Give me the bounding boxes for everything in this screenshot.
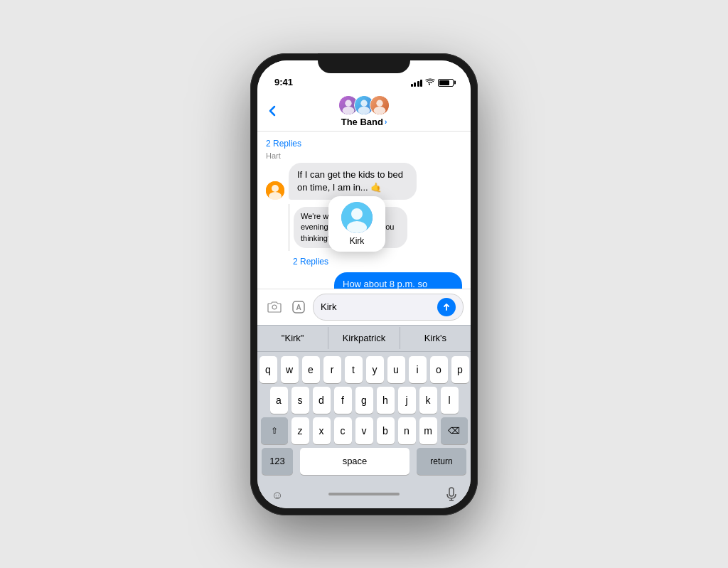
bubble-outgoing-text: How about 8 p.m. so maybe Hart can join? [343, 279, 430, 288]
group-avatars [338, 95, 390, 115]
group-title-row: The Band › [341, 117, 387, 127]
battery-icon [438, 79, 454, 87]
keyboard-row-2: a s d f g h j k l [259, 387, 469, 414]
svg-point-18 [272, 305, 277, 309]
bottom-bar: ☺ [257, 483, 471, 508]
svg-point-16 [351, 208, 363, 220]
key-s[interactable]: s [291, 387, 309, 414]
key-x[interactable]: x [313, 417, 331, 444]
nav-center[interactable]: The Band › [338, 95, 390, 127]
nav-bar: The Band › [257, 92, 471, 132]
svg-point-10 [272, 185, 279, 192]
key-a[interactable]: a [270, 387, 288, 414]
bubble-hart: If I can get the kids to bed on time, I … [289, 163, 417, 200]
keyboard-row-4: 123 space return [259, 448, 469, 475]
key-u[interactable]: u [387, 356, 405, 383]
key-h[interactable]: h [377, 387, 395, 414]
key-p[interactable]: p [451, 356, 469, 383]
status-icons [411, 78, 454, 87]
svg-point-4 [360, 100, 367, 106]
thread-group-1: 2 Replies Hart If I can get the kids to … [266, 137, 462, 200]
send-button[interactable] [437, 298, 456, 316]
key-z[interactable]: z [291, 417, 309, 444]
key-j[interactable]: j [398, 387, 416, 414]
svg-text:A: A [296, 304, 301, 311]
phone-screen: 9:41 [257, 60, 471, 508]
svg-rect-21 [449, 488, 454, 496]
mic-icon[interactable] [446, 487, 456, 504]
message-row-outgoing: How about 8 p.m. so maybe Hart can join? [266, 272, 462, 288]
popup-avatar [341, 202, 373, 233]
key-c[interactable]: c [334, 417, 352, 444]
key-k[interactable]: k [419, 387, 437, 414]
sender-hart: Hart [266, 151, 462, 160]
key-r[interactable]: r [323, 356, 341, 383]
phone-container: 9:41 [250, 53, 478, 515]
home-bar [328, 493, 400, 495]
predictive-item-1[interactable]: "Kirk" [257, 327, 328, 349]
bubble-hart-text: If I can get the kids to bed on time, I … [297, 169, 403, 193]
messages-area: 2 Replies Hart If I can get the kids to … [257, 132, 471, 289]
key-t[interactable]: t [345, 356, 363, 383]
shift-key[interactable]: ⇧ [261, 417, 288, 444]
bubble-outgoing: How about 8 p.m. so maybe Hart can join? [334, 272, 462, 288]
input-bar: A Kirk [257, 289, 471, 325]
group-name: The Band [341, 117, 383, 127]
predictive-item-2[interactable]: Kirkpatrick [328, 327, 400, 349]
svg-point-7 [376, 100, 382, 106]
key-i[interactable]: i [409, 356, 427, 383]
space-key[interactable]: space [300, 448, 410, 475]
hart-avatar [266, 181, 284, 200]
app-button[interactable]: A [289, 297, 309, 317]
keyboard-row-3: ⇧ z x c v b n m ⌫ [259, 417, 469, 444]
key-f[interactable]: f [334, 387, 352, 414]
key-e[interactable]: e [302, 356, 320, 383]
svg-point-2 [343, 106, 355, 114]
key-v[interactable]: v [355, 417, 373, 444]
status-time: 9:41 [274, 77, 293, 87]
key-m[interactable]: m [419, 417, 437, 444]
message-row-hart: If I can get the kids to bed on time, I … [266, 163, 462, 200]
notch [318, 53, 410, 73]
predictive-bar: "Kirk" Kirkpatrick Kirk's [257, 325, 471, 352]
thread-replies-1[interactable]: 2 Replies [266, 137, 462, 150]
key-q[interactable]: q [259, 356, 277, 383]
keyboard: q w e r t y u i o p a s d f g h j k l [257, 352, 471, 483]
keyboard-row-1: q w e r t y u i o p [259, 356, 469, 383]
key-y[interactable]: y [366, 356, 384, 383]
key-g[interactable]: g [355, 387, 373, 414]
delete-key[interactable]: ⌫ [441, 417, 468, 444]
num-key[interactable]: 123 [262, 448, 293, 475]
key-n[interactable]: n [398, 417, 416, 444]
return-key[interactable]: return [417, 448, 466, 475]
key-w[interactable]: w [281, 356, 299, 383]
key-l[interactable]: l [441, 387, 459, 414]
key-o[interactable]: o [430, 356, 448, 383]
autocomplete-popup[interactable]: Kirk [328, 196, 385, 252]
nav-chevron-icon: › [385, 118, 387, 126]
input-field[interactable]: Kirk [313, 294, 464, 321]
svg-point-5 [358, 106, 370, 114]
input-value: Kirk [321, 301, 336, 312]
key-b[interactable]: b [377, 417, 395, 444]
key-d[interactable]: d [313, 387, 331, 414]
predictive-item-3[interactable]: Kirk's [400, 327, 471, 349]
group-avatar-3 [370, 95, 390, 115]
thread-replies-2[interactable]: 2 Replies [293, 255, 462, 268]
signal-icon [411, 78, 423, 87]
wifi-icon [425, 78, 435, 87]
svg-point-1 [345, 100, 351, 106]
back-button[interactable] [269, 105, 276, 117]
emoji-icon[interactable]: ☺ [272, 489, 283, 502]
svg-point-8 [374, 106, 386, 114]
popup-name: Kirk [350, 236, 365, 246]
camera-button[interactable] [264, 297, 284, 317]
